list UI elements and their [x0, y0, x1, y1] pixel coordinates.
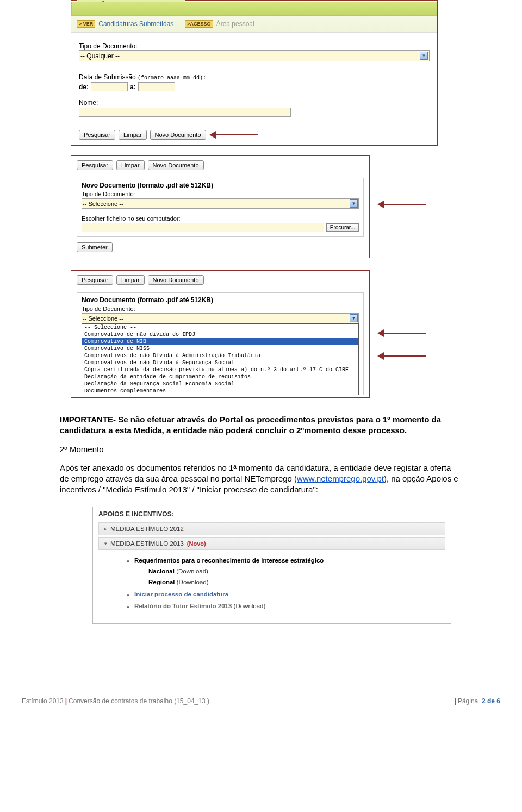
- apoios-title: APOIOS E INCENTIVOS:: [98, 510, 445, 518]
- arrow-annotation-icon: [377, 201, 426, 208]
- arrow-annotation-icon: [377, 329, 426, 337]
- footer-left-2: Conversão de contratos de trabalho (15_0…: [69, 697, 209, 705]
- novo-documento-button[interactable]: Novo Documento: [150, 130, 206, 140]
- dropdown-option[interactable]: Comprovativos de não Dívida à Segurança …: [82, 359, 358, 366]
- arrow-annotation-icon: [209, 131, 258, 139]
- submeter-button[interactable]: Submeter: [77, 242, 113, 252]
- caret-down-icon: ▾: [104, 541, 107, 546]
- divider: [179, 19, 179, 29]
- novo-documento-button[interactable]: Novo Documento: [148, 160, 204, 170]
- caret-right-icon: ▸: [104, 526, 107, 532]
- link-relatorio-tutor[interactable]: Relatório do Tutor Estímulo 2013: [134, 603, 232, 609]
- nome-input[interactable]: [79, 108, 291, 117]
- download-label: (Download): [176, 568, 208, 574]
- file-path-input[interactable]: [82, 223, 324, 232]
- subheading-2o-momento: 2º Momento: [60, 445, 104, 454]
- li-requerimentos: Requerimentos para o reconhecimento de i…: [134, 557, 324, 564]
- pesquisar-button[interactable]: Pesquisar: [79, 130, 115, 140]
- pesquisar-button[interactable]: Pesquisar: [77, 160, 113, 170]
- tipo-documento-label: Tipo de Documento:: [82, 305, 359, 312]
- body-text: IMPORTANTE- Se não efetuar através do Po…: [60, 414, 462, 496]
- row-medida-2012[interactable]: ▸ MEDIDA ESTÍMULO 2012: [98, 522, 445, 535]
- panel-candidaturas: GESTÃO DAS CANDIDATURAS GESTÃO DAS CANDI…: [71, 0, 438, 146]
- data-submissao-label: Data de Submissão: [79, 73, 136, 81]
- tipo-documento-select[interactable]: -- Seleccione -- ▼: [82, 313, 359, 323]
- panel-subbar: > VER Candidaturas Submetidas >ACESSO Ár…: [71, 16, 437, 33]
- panel-apoios-incentivos: APOIOS E INCENTIVOS: ▸ MEDIDA ESTÍMULO 2…: [92, 507, 451, 624]
- chevron-down-icon[interactable]: ▼: [350, 199, 358, 208]
- limpar-button[interactable]: Limpar: [116, 275, 145, 285]
- page-footer: Estímulo 2013|Conversão de contratos de …: [22, 695, 500, 705]
- importante-paragraph: IMPORTANTE- Se não efetuar através do Po…: [60, 415, 441, 435]
- tipo-documento-select[interactable]: -- Seleccione -- ▼: [82, 198, 359, 209]
- ver-button[interactable]: > VER: [77, 20, 95, 28]
- file-label: Escolher ficheiro no seu computador:: [82, 215, 359, 222]
- panel-body: Tipo de Documento: -- Qualquer -- ▼ Data…: [71, 33, 437, 145]
- panel-novo-documento-1: Pesquisar Limpar Novo Documento Novo Doc…: [71, 155, 370, 258]
- panel-header: GESTÃO DAS CANDIDATURAS: [71, 2, 437, 16]
- tipo-documento-dropdown-list[interactable]: -- Seleccione --Comprovativo de não dívi…: [82, 323, 359, 395]
- dropdown-option[interactable]: Comprovativo de NIB: [82, 338, 358, 345]
- chevron-down-icon[interactable]: ▼: [420, 52, 428, 60]
- box-title: Novo Documento (formato .pdf até 512KB): [82, 296, 359, 304]
- limpar-button[interactable]: Limpar: [116, 160, 145, 170]
- footer-pagina-label: Página: [458, 697, 478, 705]
- panel-novo-documento-2: Pesquisar Limpar Novo Documento Novo Doc…: [71, 270, 370, 398]
- link-netemprego[interactable]: www.netemprego.gov.pt: [297, 474, 384, 483]
- novo-documento-button[interactable]: Novo Documento: [148, 275, 204, 285]
- dropdown-option[interactable]: Comprovativos de não Dívida à Administra…: [82, 352, 358, 359]
- footer-left-1: Estímulo 2013: [22, 697, 64, 705]
- acesso-button[interactable]: >ACESSO: [185, 20, 213, 28]
- de-label: de:: [79, 83, 89, 91]
- download-label: (Download): [234, 603, 266, 609]
- data-a-input[interactable]: [138, 82, 175, 91]
- row-medida-2013-content: Requerimentos para o reconhecimento de i…: [98, 552, 445, 618]
- dropdown-option[interactable]: Declaração da entidade de cumprimento de…: [82, 373, 358, 380]
- dropdown-option[interactable]: Documentos complementares: [82, 388, 358, 395]
- limpar-button[interactable]: Limpar: [119, 130, 147, 140]
- dropdown-option[interactable]: -- Seleccione --: [82, 324, 358, 331]
- row-medida-2013[interactable]: ▾ MEDIDA ESTÍMULO 2013 (Novo): [98, 537, 445, 550]
- dropdown-option[interactable]: Cópia certificada da decisão prevista na…: [82, 366, 358, 373]
- a-label: a:: [130, 83, 136, 91]
- chevron-down-icon[interactable]: ▼: [350, 314, 358, 322]
- data-submissao-hint: (formato aaaa-mm-dd):: [138, 75, 206, 81]
- nome-label: Nome:: [79, 99, 98, 107]
- tipo-documento-label: Tipo de Documento:: [79, 42, 430, 50]
- link-iniciar-processo[interactable]: Iniciar processo de candidatura: [134, 591, 228, 597]
- novo-documento-box: Novo Documento (formato .pdf até 512KB) …: [77, 178, 364, 237]
- dropdown-option[interactable]: Declaração da Segurança Social Economia …: [82, 380, 358, 388]
- arrow-annotation-icon: [377, 352, 426, 360]
- novo-documento-box: Novo Documento (formato .pdf até 512KB) …: [77, 292, 364, 395]
- tipo-documento-label: Tipo de Documento:: [82, 191, 359, 197]
- data-de-input[interactable]: [91, 82, 128, 91]
- dropdown-option[interactable]: Comprovativo de NISS: [82, 345, 358, 352]
- link-candidaturas-submetidas[interactable]: Candidaturas Submetidas: [98, 20, 173, 28]
- box-title: Novo Documento (formato .pdf até 512KB): [82, 182, 359, 189]
- footer-page-number: 2 de 6: [482, 697, 500, 705]
- link-area-pessoal[interactable]: Área pessoal: [216, 20, 254, 28]
- procurar-button[interactable]: Procurar...: [326, 223, 359, 232]
- link-nacional[interactable]: Nacional: [148, 568, 175, 574]
- novo-badge: (Novo): [187, 540, 206, 547]
- download-label: (Download): [177, 579, 209, 585]
- link-regional[interactable]: Regional: [148, 579, 175, 585]
- tipo-documento-select[interactable]: -- Qualquer -- ▼: [79, 50, 430, 61]
- pesquisar-button[interactable]: Pesquisar: [77, 275, 113, 285]
- dropdown-option[interactable]: Comprovativo de não dívida do IPDJ: [82, 331, 358, 338]
